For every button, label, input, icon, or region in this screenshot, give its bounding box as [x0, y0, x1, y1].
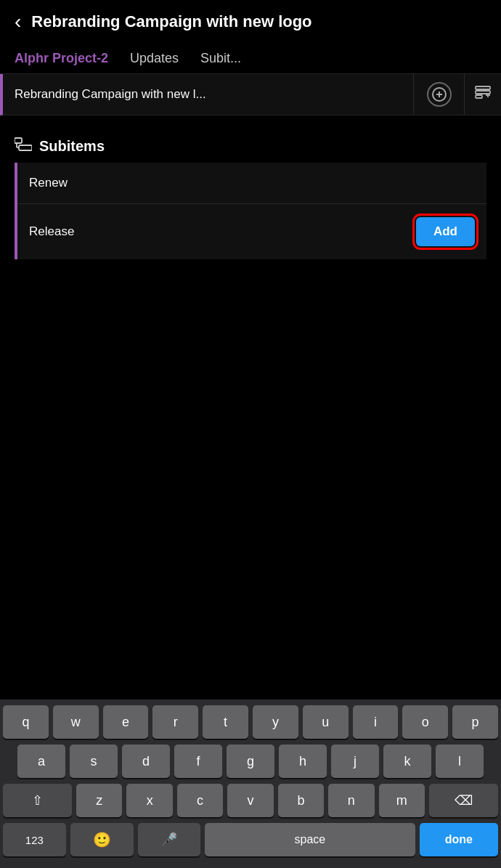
keyboard-row-1: q w e r t y u i o p	[3, 705, 498, 739]
key-d[interactable]: d	[122, 745, 170, 778]
key-f[interactable]: f	[174, 745, 222, 778]
tab-bar: Alphr Project-2 Updates Subit...	[0, 44, 501, 74]
key-p[interactable]: p	[452, 705, 498, 739]
subitem-list: Renew Release Add	[15, 163, 486, 259]
key-o[interactable]: o	[402, 705, 448, 739]
header: ‹ Rebranding Campaign with new logo	[0, 0, 501, 44]
key-v[interactable]: v	[227, 784, 273, 817]
comment-icon[interactable]	[427, 82, 452, 107]
key-x[interactable]: x	[126, 784, 172, 817]
page-title: Rebranding Campaign with new logo	[31, 12, 311, 31]
keyboard-row-3: ⇧ z x c v b n m ⌫	[3, 784, 498, 817]
num-key[interactable]: 123	[3, 823, 66, 856]
svg-rect-5	[476, 95, 482, 98]
key-n[interactable]: n	[328, 784, 374, 817]
key-l[interactable]: l	[436, 745, 484, 778]
subitems-section: Subitems Renew Release Add	[0, 115, 501, 271]
subitem-row-renew: Renew	[17, 163, 486, 204]
subitem-text-renew: Renew	[29, 176, 68, 190]
key-i[interactable]: i	[353, 705, 399, 739]
key-r[interactable]: r	[152, 705, 198, 739]
subitems-label: Subitems	[39, 138, 105, 155]
key-k[interactable]: k	[383, 745, 431, 778]
task-extra-cell	[465, 74, 501, 115]
svg-rect-3	[476, 86, 490, 89]
extra-icon[interactable]	[474, 84, 492, 105]
key-z[interactable]: z	[76, 784, 122, 817]
tab-subitems[interactable]: Subit...	[200, 44, 241, 73]
task-row: Rebranding Campaign with new l...	[0, 74, 501, 115]
key-g[interactable]: g	[227, 745, 274, 778]
backspace-key[interactable]: ⌫	[429, 784, 498, 817]
add-button[interactable]: Add	[416, 217, 475, 246]
subitem-row-release: Release Add	[17, 204, 486, 259]
key-q[interactable]: q	[3, 705, 49, 739]
key-c[interactable]: c	[177, 784, 223, 817]
keyboard-row-bottom: 123 🙂 🎤 space done	[3, 823, 498, 862]
key-e[interactable]: e	[103, 705, 149, 739]
key-u[interactable]: u	[303, 705, 349, 739]
svg-rect-9	[19, 145, 32, 150]
key-j[interactable]: j	[331, 745, 379, 778]
keyboard-row-2: a s d f g h j k l	[3, 745, 498, 778]
mic-key[interactable]: 🎤	[138, 823, 201, 856]
back-button[interactable]: ‹	[15, 12, 21, 32]
shift-key[interactable]: ⇧	[3, 784, 72, 817]
task-comment-cell	[414, 74, 465, 115]
done-key[interactable]: done	[420, 823, 498, 856]
tab-project[interactable]: Alphr Project-2	[15, 44, 108, 73]
svg-rect-8	[15, 138, 22, 143]
keyboard: q w e r t y u i o p a s d f g h j k l ⇧ …	[0, 699, 501, 868]
key-t[interactable]: t	[203, 705, 248, 739]
emoji-key[interactable]: 🙂	[70, 823, 134, 856]
subitem-text-release: Release	[29, 224, 74, 239]
key-y[interactable]: y	[253, 705, 298, 739]
key-b[interactable]: b	[278, 784, 324, 817]
space-key[interactable]: space	[205, 823, 415, 856]
task-name[interactable]: Rebranding Campaign with new l...	[3, 74, 414, 115]
tab-updates[interactable]: Updates	[130, 44, 179, 73]
key-w[interactable]: w	[53, 705, 99, 739]
key-h[interactable]: h	[279, 745, 327, 778]
key-m[interactable]: m	[379, 784, 425, 817]
key-s[interactable]: s	[70, 745, 118, 778]
subitems-icon	[15, 137, 32, 155]
key-a[interactable]: a	[17, 745, 65, 778]
subitems-header: Subitems	[15, 137, 486, 155]
